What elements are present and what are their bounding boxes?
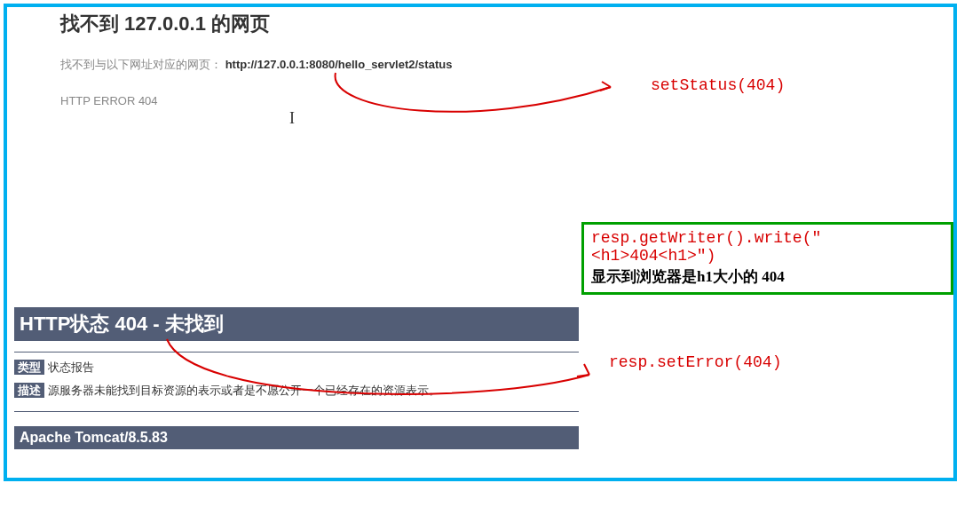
tomcat-footer: Apache Tomcat/8.5.83 [14, 426, 579, 449]
green-annotation-box: resp.getWriter().write("<h1>404<h1>") 显示… [581, 222, 953, 295]
page-title: 找不到 127.0.0.1 的网页 [60, 7, 953, 37]
not-found-prefix: 找不到与以下网址对应的网页： [60, 58, 222, 71]
tomcat-desc-label: 描述 [14, 383, 44, 398]
http-error-text: HTTP ERROR 404 [60, 94, 953, 107]
tomcat-error-section: HTTP状态 404 - 未找到 类型 状态报告 描述 源服务器未能找到目标资源… [14, 307, 579, 449]
annotation-seterror: resp.setError(404) [609, 353, 781, 371]
tomcat-desc-value: 源服务器未能找到目标资源的表示或者是不愿公开一个已经存在的资源表示。 [48, 384, 440, 397]
writer-desc: 显示到浏览器是h1大小的 404 [591, 266, 944, 287]
text-cursor-icon: I [289, 109, 295, 128]
tomcat-header: HTTP状态 404 - 未找到 [14, 307, 579, 341]
not-found-line: 找不到与以下网址对应的网页： http://127.0.0.1:8080/hel… [60, 57, 953, 73]
main-frame: 找不到 127.0.0.1 的网页 找不到与以下网址对应的网页： http://… [4, 4, 957, 481]
divider [14, 411, 579, 412]
divider [14, 352, 579, 353]
tomcat-type-row: 类型 状态报告 [14, 360, 579, 376]
chrome-error-section: 找不到 127.0.0.1 的网页 找不到与以下网址对应的网页： http://… [7, 7, 953, 107]
annotation-setstatus: setStatus(404) [651, 76, 785, 94]
requested-url: http://127.0.0.1:8080/hello_servlet2/sta… [225, 58, 453, 71]
tomcat-type-value: 状态报告 [48, 360, 94, 374]
tomcat-type-label: 类型 [14, 360, 44, 375]
writer-code: resp.getWriter().write("<h1>404<h1>") [591, 229, 944, 265]
tomcat-desc-row: 描述 源服务器未能找到目标资源的表示或者是不愿公开一个已经存在的资源表示。 [14, 383, 579, 399]
